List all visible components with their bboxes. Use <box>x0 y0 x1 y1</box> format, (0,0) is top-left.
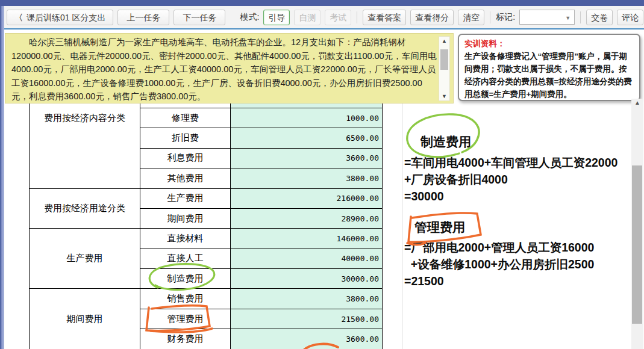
mark-dropdown[interactable]: ▼ <box>519 10 575 25</box>
next-task-button[interactable]: 下一任务 <box>174 10 225 25</box>
group-cell: 生产费用 <box>30 229 140 289</box>
note-line: +设备维修1000+办公用房折旧2500 <box>404 256 594 273</box>
item-cell: 折旧费 <box>140 128 231 148</box>
mode-selftest-button[interactable]: 自测 <box>294 10 320 25</box>
value-cell[interactable]: 216000.00 <box>231 188 383 208</box>
value-cell[interactable]: 28900.00 <box>231 208 383 228</box>
toolbar-separator <box>357 11 357 23</box>
mode-label: 模式: <box>240 12 259 23</box>
note-line: =车间用电4000+车间管理人员工资22000 <box>404 154 617 171</box>
value-cell[interactable]: 146000.00 <box>231 229 383 249</box>
problem-text: 哈尔滨三辅机械制造厂为一家生产电动堆高车、电动托盘车的企业。12月支出如下：产品… <box>11 36 437 103</box>
item-cell: 生产费用 <box>140 188 231 208</box>
group-cell: 费用按经济用途分类 <box>30 188 140 229</box>
scrollbar-thumb[interactable] <box>632 165 642 324</box>
table-row: 期间费用销售费用3800.00 <box>30 289 383 309</box>
item-cell: 修理费 <box>140 108 231 128</box>
table-row: 生产费用直接材料146000.00 <box>30 229 383 249</box>
material-panel: 实训资料： 生产设备修理费记入“管理费用”账户，属于期间费用；罚款支出属于损失，… <box>458 34 640 101</box>
problem-scrollbar[interactable]: ▲ ▼ <box>439 36 450 101</box>
scroll-up-icon[interactable]: ▲ <box>631 99 643 106</box>
mark-label: 标记: <box>496 12 515 23</box>
scroll-down-icon[interactable]: ▼ <box>439 93 449 99</box>
window-left-strip <box>0 6 4 349</box>
material-title: 实训资料： <box>464 39 505 48</box>
back-button[interactable]: 〈课后训练01 区分支出 <box>7 10 113 25</box>
clear-button[interactable]: 清空 <box>458 10 484 25</box>
item-cell: 其他费用 <box>140 168 231 188</box>
value-cell[interactable]: 3800.00 <box>231 289 383 309</box>
item-cell: 制造费用 <box>140 269 231 289</box>
panel-divider <box>402 103 402 349</box>
material-body: 生产设备修理费记入“管理费用”账户，属于期间费用；罚款支出属于损失，不属于费用。… <box>464 52 632 99</box>
view-answer-button[interactable]: 查看答案 <box>363 10 406 25</box>
note-manufacturing-title: 制造费用 <box>420 134 471 150</box>
value-cell[interactable]: 1000.00 <box>231 108 383 128</box>
scroll-up-icon[interactable]: ▲ <box>439 38 449 44</box>
note-line: =30000 <box>404 188 617 205</box>
value-cell[interactable]: 30000.00 <box>231 269 383 289</box>
note-management-lines: =厂部用电2000+管理人员工资16000 +设备维修1000+办公用房折旧25… <box>404 239 594 289</box>
app-window: 〈课后训练01 区分支出 上一任务 下一任务 模式: 引导 自测 考试 查看答案… <box>0 0 644 349</box>
comment-button[interactable]: 评论 <box>617 10 643 25</box>
value-cell[interactable]: 3600.00 <box>231 148 383 168</box>
item-cell: 期间费用 <box>140 208 231 228</box>
table-row: 费用按经济用途分类生产费用216000.00 <box>30 188 383 208</box>
item-cell: 财务费用 <box>140 329 231 349</box>
note-line: +厂房设备折旧4000 <box>404 171 617 188</box>
toolbar-separator <box>490 11 490 23</box>
item-cell: 直接材料 <box>140 229 231 249</box>
chevron-down-icon: ▼ <box>565 15 571 21</box>
window-top-strip <box>0 0 644 6</box>
note-manufacturing-lines: =车间用电4000+车间管理人员工资22000+厂房设备折旧4000=30000 <box>404 154 617 205</box>
note-line: =21500 <box>404 273 594 289</box>
item-cell: 管理费用 <box>140 309 231 329</box>
item-cell: 销售费用 <box>140 289 231 309</box>
mode-exam-button[interactable]: 考试 <box>325 10 351 25</box>
toolbar: 〈课后训练01 区分支出 上一任务 下一任务 模式: 引导 自测 考试 查看答案… <box>4 6 644 29</box>
prev-task-button[interactable]: 上一任务 <box>117 10 169 25</box>
toolbar-separator <box>580 11 581 23</box>
problem-panel: 哈尔滨三辅机械制造厂为一家生产电动堆高车、电动托盘车的企业。12月支出如下：产品… <box>5 33 454 103</box>
value-cell[interactable]: 40000.00 <box>231 249 383 268</box>
value-cell[interactable]: 3600.00 <box>231 329 383 349</box>
right-scrollbar[interactable]: ▲ <box>631 99 643 349</box>
submit-button[interactable]: 交卷 <box>586 10 613 25</box>
value-cell[interactable]: 3800.00 <box>231 168 383 188</box>
item-cell: 直接人工 <box>140 249 231 268</box>
value-cell[interactable]: 21500.00 <box>231 309 383 329</box>
mode-guide-button[interactable]: 引导 <box>263 10 290 25</box>
note-line: =厂部用电2000+管理人员工资16000 <box>404 239 594 256</box>
note-management-title: 管理费用 <box>414 219 465 236</box>
view-score-button[interactable]: 查看得分 <box>410 10 454 25</box>
item-cell: 利息费用 <box>140 148 231 168</box>
group-cell: 期间费用 <box>30 289 140 349</box>
value-cell[interactable]: 6500.00 <box>231 128 383 148</box>
scrollbar-thumb[interactable] <box>440 49 448 70</box>
task-title: 课后训练01 区分支出 <box>27 13 105 22</box>
chevron-left-icon: 〈 <box>14 10 23 25</box>
